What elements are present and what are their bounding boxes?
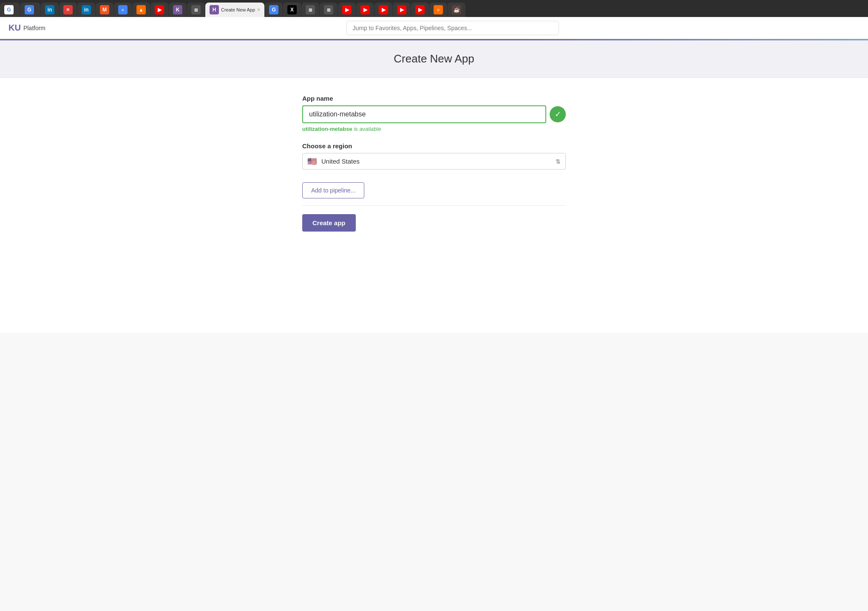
tab-favicon-t20: ▶ [397, 5, 406, 14]
tab-bar: G G in R in M ≡ ▲ ▶ K ⊞ [0, 0, 868, 17]
tab-t17[interactable]: ▶ [338, 3, 356, 17]
tab-t18[interactable]: ▶ [356, 3, 374, 17]
global-search-input[interactable] [346, 21, 559, 35]
tab-t5[interactable]: in [77, 3, 95, 17]
active-tab-label: Create New App [221, 7, 255, 12]
tab-favicon-t19: ▶ [379, 5, 388, 14]
region-select-wrapper: 🇺🇸 United States Europe ⇅ [302, 153, 566, 170]
tab-favicon-t23: ☕ [452, 5, 461, 14]
tab-t11[interactable]: ⊞ [187, 3, 205, 17]
tab-favicon-t14: X [287, 5, 297, 14]
availability-check-icon: ✓ [550, 106, 566, 122]
tab-t20[interactable]: ▶ [393, 3, 411, 17]
tab-favicon-t11: ⊞ [191, 5, 201, 14]
tab-favicon-t21: ▶ [415, 5, 425, 14]
tab-favicon-t16: ⊞ [324, 5, 333, 14]
create-app-button[interactable]: Create app [302, 214, 356, 232]
tab-t3[interactable]: in [41, 3, 59, 17]
add-to-pipeline-button[interactable]: Add to pipeline... [302, 182, 364, 198]
region-label: Choose a region [302, 142, 566, 150]
tab-favicon-active: H [210, 5, 219, 14]
tab-favicon-t17: ▶ [342, 5, 352, 14]
region-select[interactable]: United States Europe [302, 153, 566, 170]
tab-t8[interactable]: ▲ [132, 3, 150, 17]
tab-favicon-t4: R [63, 5, 73, 14]
tab-favicon-t1: G [4, 5, 14, 14]
tab-t2[interactable]: G [20, 3, 40, 17]
tab-t6[interactable]: M [96, 3, 113, 17]
tab-favicon-t8: ▲ [136, 5, 146, 14]
tab-t10[interactable]: K [169, 3, 187, 17]
platform-label: Platform [23, 25, 45, 31]
heroku-nav: KU Platform [0, 17, 868, 39]
tab-close-icon[interactable]: × [257, 7, 260, 13]
browser-chrome: G G in R in M ≡ ▲ ▶ K ⊞ [0, 0, 868, 17]
tab-t14[interactable]: X [283, 3, 301, 17]
tab-favicon-t2: G [25, 5, 34, 14]
tab-t21[interactable]: ▶ [411, 3, 429, 17]
tab-favicon-t18: ▶ [360, 5, 370, 14]
app-name-row: ✓ [302, 105, 566, 123]
app-name-input[interactable] [302, 105, 546, 123]
form-section: App name ✓ utilization-metabse is availa… [302, 95, 566, 232]
tab-t23[interactable]: ☕ [448, 3, 465, 17]
page-title: Create New App [12, 52, 856, 65]
is-available-text: is available [354, 126, 381, 132]
tab-favicon-t7: ≡ [118, 5, 128, 14]
tab-favicon-t13: G [269, 5, 278, 14]
pipeline-section: Add to pipeline... [302, 182, 566, 198]
app-name-available-highlight: utilization-metabse [302, 126, 352, 132]
tab-favicon-t3: in [45, 5, 54, 14]
main-content: App name ✓ utilization-metabse is availa… [0, 78, 868, 333]
tab-t4[interactable]: R [59, 3, 77, 17]
tab-t7[interactable]: ≡ [114, 3, 132, 17]
tab-t9[interactable]: ▶ [150, 3, 168, 17]
bottom-divider [302, 205, 566, 206]
tab-favicon-t22: ≡ [434, 5, 443, 14]
tab-favicon-t5: in [82, 5, 91, 14]
heroku-logo: KU [9, 23, 21, 33]
tab-t1[interactable]: G [0, 3, 20, 17]
tab-t13[interactable]: G [265, 3, 283, 17]
tab-t22[interactable]: ≡ [429, 3, 447, 17]
tab-favicon-t15: ⊞ [306, 5, 315, 14]
app-name-label: App name [302, 95, 566, 102]
tab-t16[interactable]: ⊞ [320, 3, 338, 17]
tab-t15[interactable]: ⊞ [301, 3, 319, 17]
tab-t19[interactable]: ▶ [374, 3, 392, 17]
tab-favicon-t6: M [100, 5, 109, 14]
tab-favicon-t9: ▶ [155, 5, 164, 14]
availability-message: utilization-metabse is available [302, 126, 566, 132]
tab-favicon-t10: K [173, 5, 182, 14]
page-header: Create New App [0, 40, 868, 78]
tab-active[interactable]: H Create New App × [205, 3, 264, 17]
